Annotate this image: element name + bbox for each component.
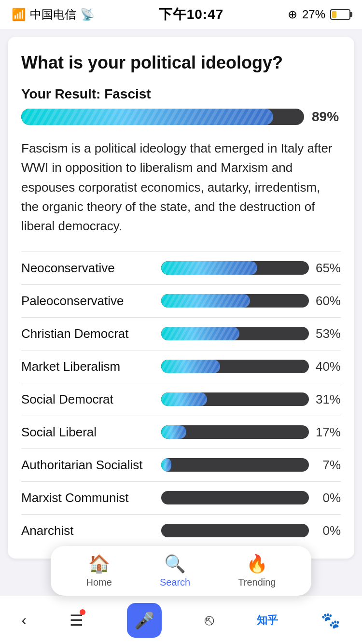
- ideology-bar: [161, 360, 309, 373]
- ideology-pct: 7%: [316, 458, 341, 473]
- ideology-name: Anarchist: [21, 523, 161, 538]
- ideology-item: Christian Democrat 53%: [21, 317, 341, 350]
- ideology-bar-fill: [161, 458, 171, 472]
- menu-button[interactable]: ☰: [70, 611, 84, 630]
- ideology-bar: [161, 524, 309, 537]
- ideology-bar: [161, 458, 309, 472]
- ideology-item: Social Democrat 31%: [21, 383, 341, 416]
- ideology-bar-fill: [161, 294, 250, 308]
- ideology-pct: 31%: [316, 392, 341, 407]
- nav-item-search[interactable]: 🔍 Search: [160, 554, 190, 588]
- ideology-bar: [161, 294, 309, 308]
- ideology-item: Authoritarian Socialist 7%: [21, 448, 341, 481]
- status-left: 📶 中国电信 📡: [12, 7, 95, 22]
- voice-button[interactable]: 🎤: [127, 603, 162, 638]
- result-prefix: Your Result:: [21, 86, 104, 101]
- ideology-bar: [161, 425, 309, 439]
- ideology-bar: [161, 261, 309, 275]
- ideology-name: Social Democrat: [21, 392, 161, 407]
- ideology-bar-fill: [161, 327, 239, 340]
- battery-icon: [330, 9, 350, 20]
- description-text: Fascism is a political ideology that eme…: [21, 139, 341, 236]
- ideology-pct: 65%: [316, 261, 341, 276]
- ideology-name: Neoconservative: [21, 261, 161, 276]
- back-button[interactable]: ‹: [22, 611, 27, 629]
- ideology-pct: 17%: [316, 425, 341, 440]
- ideology-item: Social Liberal 17%: [21, 416, 341, 448]
- ideology-item: Marxist Communist 0%: [21, 481, 341, 514]
- nav-icon-trending: 🔥: [246, 554, 268, 574]
- page-title: What is your political ideology?: [21, 52, 341, 73]
- nav-label-home: Home: [86, 577, 112, 588]
- ideology-bar-fill: [161, 392, 207, 406]
- ideology-pct: 60%: [316, 294, 341, 308]
- nav-label-trending: Trending: [238, 577, 276, 588]
- ideology-name: Marxist Communist: [21, 490, 161, 505]
- wifi-icon: 📡: [80, 8, 95, 21]
- main-progress-fill: [21, 109, 273, 125]
- nav-item-home[interactable]: 🏠 Home: [86, 554, 112, 588]
- ideology-pct: 0%: [316, 490, 341, 505]
- nav-icon-home: 🏠: [88, 554, 110, 574]
- ideology-pct: 0%: [316, 523, 341, 538]
- ideology-name: Market Liberalism: [21, 359, 161, 374]
- result-label: Your Result: Fascist: [21, 86, 341, 102]
- nav-icon-search: 🔍: [164, 554, 186, 574]
- ideology-bar-fill: [161, 360, 220, 373]
- ideology-bar-fill: [161, 261, 257, 275]
- battery-pct: 27%: [302, 8, 325, 21]
- main-progress-bar: [21, 109, 304, 125]
- main-progress-pct: 89%: [312, 109, 341, 125]
- ideology-item: Paleoconservative 60%: [21, 284, 341, 317]
- ideology-pct: 53%: [316, 326, 341, 341]
- carrier: 中国电信: [30, 7, 76, 22]
- system-bar: ‹ ☰ 🎤 ⎋ 知乎 🐾: [0, 596, 362, 644]
- bottom-nav-overlay: 🏠 Home 🔍 Search 🔥 Trending: [51, 546, 311, 596]
- signal-icon: 📶: [12, 8, 26, 21]
- main-progress: 89%: [21, 109, 341, 125]
- ideology-bar: [161, 327, 309, 340]
- status-time: 下午10:47: [159, 5, 224, 24]
- ideology-bar-fill: [161, 425, 186, 439]
- status-right: ⊕ 27%: [288, 8, 350, 21]
- status-bar: 📶 中国电信 📡 下午10:47 ⊕ 27%: [0, 0, 362, 29]
- share-button[interactable]: ⎋: [205, 611, 214, 629]
- zhihu-logo: 知乎: [257, 613, 278, 628]
- ideology-name: Paleoconservative: [21, 294, 161, 308]
- ideology-name: Social Liberal: [21, 425, 161, 440]
- ideology-name: Authoritarian Socialist: [21, 458, 161, 473]
- ideology-pct: 40%: [316, 359, 341, 374]
- nav-item-trending[interactable]: 🔥 Trending: [238, 554, 276, 588]
- ideology-item: Neoconservative 65%: [21, 252, 341, 284]
- ideology-item: Anarchist 0%: [21, 514, 341, 547]
- ideology-bar: [161, 491, 309, 504]
- paw-button[interactable]: 🐾: [321, 611, 340, 630]
- ideology-list: Neoconservative 65% Paleoconservative 60…: [21, 252, 341, 547]
- ideology-name: Christian Democrat: [21, 326, 161, 341]
- ideology-item: Market Liberalism 40%: [21, 350, 341, 383]
- main-card: What is your political ideology? Your Re…: [8, 37, 354, 559]
- location-icon: ⊕: [288, 8, 297, 21]
- result-value: Fascist: [104, 86, 151, 101]
- nav-label-search: Search: [160, 577, 190, 588]
- ideology-bar: [161, 392, 309, 406]
